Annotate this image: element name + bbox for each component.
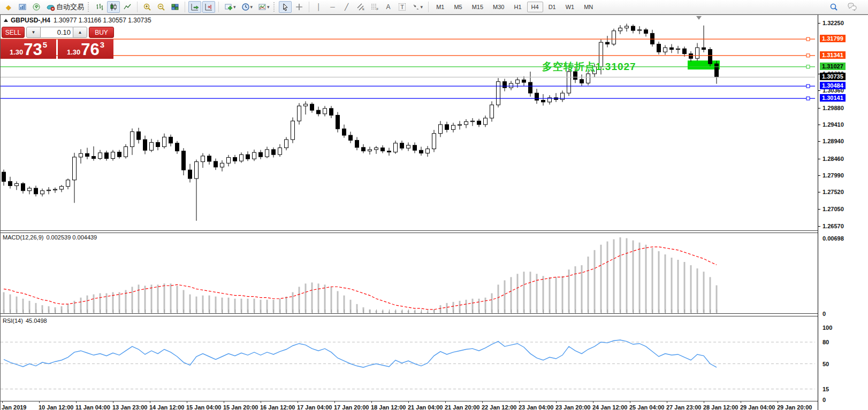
zoom-in-icon[interactable] — [141, 1, 154, 13]
tab-timeframe-h1[interactable]: H1 — [510, 2, 526, 12]
date-label: 18 Jan 12:00 — [371, 404, 406, 410]
tab-timeframe-m5[interactable]: M5 — [450, 2, 466, 12]
line-handle[interactable] — [806, 97, 810, 100]
tab-timeframe-w1[interactable]: W1 — [561, 2, 579, 12]
periods-dropdown-icon[interactable]: ▾ — [250, 4, 253, 10]
rsi-chart-svg[interactable] — [1, 316, 818, 403]
line-handle[interactable] — [806, 84, 810, 88]
autotrading-button[interactable]: 自动交易 — [44, 1, 86, 13]
text-label-tool-icon[interactable]: T — [396, 1, 409, 13]
date-label: 22 Jan 12:00 — [482, 404, 516, 410]
date-label: 16 Jan 12:00 — [260, 404, 295, 410]
chart-window-icon[interactable] — [16, 1, 29, 13]
sell-button[interactable]: SELL — [2, 27, 25, 38]
trendline-icon[interactable]: ╱ — [340, 1, 353, 13]
indicators-button[interactable]: ▾ — [222, 1, 238, 13]
periods-button[interactable]: ▾ — [239, 1, 255, 13]
arrows-tool-button[interactable]: ▾ — [410, 1, 425, 13]
text-tool-icon[interactable]: A — [382, 1, 395, 13]
y-tick-mark — [818, 226, 820, 227]
tab-timeframe-h4[interactable]: H4 — [527, 2, 543, 12]
date-label: 11 Jan 04:00 — [75, 404, 110, 410]
line-handle[interactable] — [806, 65, 810, 68]
arrows-dropdown-icon[interactable]: ▾ — [421, 4, 423, 10]
price-level-badge: 1.30141 — [820, 94, 846, 102]
tab-timeframe-m15[interactable]: M15 — [468, 2, 488, 12]
fibonacci-icon[interactable]: F — [368, 1, 381, 13]
zoom-out-icon[interactable] — [155, 1, 167, 13]
svg-text:F: F — [376, 7, 378, 11]
indicators-icon — [224, 3, 233, 11]
y-tick-mark — [818, 23, 820, 24]
sound-alert-icon[interactable] — [30, 1, 43, 13]
autotrading-icon — [46, 3, 55, 11]
date-label: Jan 2019 — [2, 404, 26, 410]
buy-price-pips: 76 — [81, 42, 99, 58]
autotrading-label: 自动交易 — [56, 2, 84, 12]
rsi-name: RSI(14) — [3, 318, 23, 324]
toolbar-separator — [218, 2, 219, 12]
candlestick-chart-svg[interactable] — [1, 15, 818, 230]
y-tick-mark — [818, 159, 820, 159]
tab-timeframe-m30[interactable]: M30 — [489, 2, 508, 12]
date-label: 15 Jan 20:00 — [223, 404, 258, 410]
templates-button[interactable]: ▾ — [256, 1, 272, 13]
line-handle[interactable] — [806, 54, 810, 57]
buy-button[interactable]: BUY — [89, 27, 114, 38]
pivot-annotation-text[interactable]: 多空转折点1.31027 — [542, 60, 636, 74]
tab-timeframe-mn[interactable]: MN — [580, 2, 597, 12]
volume-decrease-button[interactable]: ▼ — [26, 27, 41, 38]
tab-timeframe-m1[interactable]: M1 — [432, 2, 448, 12]
y-tick-label: 1.27990 — [823, 172, 844, 179]
macd-label: MACD(12,26,9)0.002539 0.004439 — [3, 234, 97, 241]
date-label: 13 Jan 23:00 — [112, 404, 147, 410]
crosshair-icon[interactable] — [293, 1, 306, 13]
buy-price-point: 3 — [100, 40, 104, 49]
new-order-icon[interactable]: ◆ — [2, 1, 15, 13]
indicators-dropdown-icon[interactable]: ▾ — [233, 4, 236, 10]
chart-title: GBPUSD-,H4 1.30977 1.31166 1.30557 1.307… — [4, 17, 151, 24]
horizontal-line-icon[interactable]: ─ — [326, 1, 339, 13]
chat-icon[interactable] — [846, 1, 858, 13]
candlestick-chart-icon[interactable] — [107, 1, 120, 13]
date-label: 21 Jan 04:00 — [408, 404, 443, 410]
macd-pane[interactable]: MACD(12,26,9)0.002539 0.004439 — [1, 233, 818, 313]
tab-timeframe-d1[interactable]: D1 — [544, 2, 560, 12]
symbol-triangle-icon — [4, 19, 8, 22]
search-icon[interactable] — [827, 1, 840, 13]
tile-windows-icon[interactable] — [169, 1, 181, 13]
chart-symbol-period: GBPUSD-,H4 — [11, 17, 50, 24]
macd-chart-svg[interactable] — [1, 233, 818, 313]
toolbar-grip[interactable] — [88, 2, 90, 12]
volume-increase-button[interactable]: ▲ — [73, 27, 87, 38]
trading-terminal: ◆ 自动交易 — [0, 0, 868, 410]
toolbar-grip[interactable] — [273, 2, 276, 12]
bar-chart-icon[interactable] — [93, 1, 106, 13]
y-tick-mark — [818, 141, 820, 142]
templates-icon — [258, 3, 267, 11]
line-handle[interactable] — [806, 37, 810, 41]
arrows-icon — [412, 3, 420, 11]
current-price-badge: 1.30735 — [820, 73, 846, 80]
chart-shift-icon[interactable] — [202, 1, 215, 13]
auto-scroll-icon[interactable] — [188, 1, 201, 13]
templates-dropdown-icon[interactable]: ▾ — [267, 4, 270, 10]
chart-window: GBPUSD-,H4 1.30977 1.31166 1.30557 1.307… — [0, 14, 868, 410]
cursor-icon[interactable] — [279, 1, 292, 13]
volume-input[interactable]: 0.10 — [41, 27, 73, 38]
toolbar-separator — [428, 2, 429, 12]
price-chart-pane[interactable] — [1, 15, 818, 230]
price-axis[interactable]: 1.322501.308301.303601.298801.294101.289… — [818, 15, 868, 410]
equidistant-channel-icon[interactable]: E — [354, 1, 367, 13]
y-tick-label: 1.29410 — [823, 121, 844, 128]
sell-price-display[interactable]: 1.30 73 5 — [1, 39, 56, 59]
rsi-pane[interactable]: RSI(14)45.0498 — [1, 316, 818, 403]
sell-price-pips: 73 — [24, 42, 42, 58]
pane-tick-row — [1, 310, 818, 313]
y-tick-mark — [818, 125, 820, 125]
buy-price-display[interactable]: 1.30 76 3 — [58, 39, 113, 59]
line-chart-icon[interactable] — [121, 1, 134, 13]
time-axis[interactable]: Jan 201910 Jan 12:0011 Jan 04:0013 Jan 2… — [1, 403, 818, 410]
vertical-line-icon[interactable]: │ — [313, 1, 325, 13]
y-tick-mark — [818, 192, 820, 192]
